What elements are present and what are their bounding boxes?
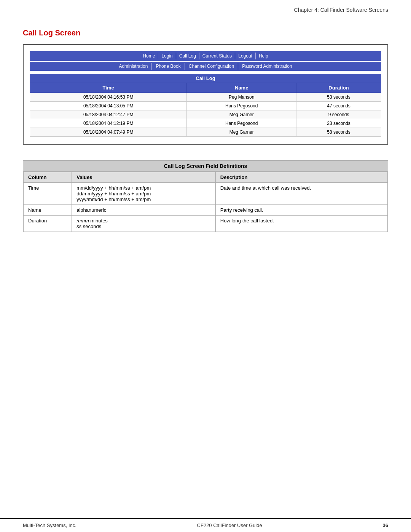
col-name: Name xyxy=(187,83,296,93)
def-name-col: Name xyxy=(24,205,72,216)
cell-name: Meg Garner xyxy=(187,110,296,119)
section-title: Call Log Screen xyxy=(23,29,388,37)
call-log-header-row: Time Name Duration xyxy=(30,83,381,93)
cell-duration: 23 seconds xyxy=(296,119,381,128)
footer-center: CF220 CallFinder User Guide xyxy=(197,522,262,528)
table-row: 05/18/2004 04:12:47 PMMeg Garner9 second… xyxy=(30,110,381,119)
footer-page-number: 36 xyxy=(383,522,388,528)
cell-time: 05/18/2004 04:13:05 PM xyxy=(30,102,187,110)
definitions-header-row: Column Values Description xyxy=(24,172,388,183)
def-duration-values: mmm minutes ss seconds xyxy=(72,216,216,232)
cell-name: Hans Pegosond xyxy=(187,119,296,128)
table-row: 05/18/2004 04:12:19 PMHans Pegosond23 se… xyxy=(30,119,381,128)
definitions-wrapper: Call Log Screen Field Definitions Column… xyxy=(23,160,388,232)
secondary-nav: Administration Phone Book Channel Config… xyxy=(30,62,381,71)
def-row-duration: Duration mmm minutes ss seconds How long… xyxy=(24,216,388,232)
table-row: 05/18/2004 04:07:49 PMMeg Garner58 secon… xyxy=(30,128,381,137)
nav-phone-book[interactable]: Phone Book xyxy=(152,63,185,70)
primary-nav: Home Login Call Log Current Status Logou… xyxy=(30,51,381,61)
def-row-time: Time mm/dd/yyyy + hh/mm/ss + am/pm dd/mm… xyxy=(24,183,388,205)
nav-login[interactable]: Login xyxy=(158,53,176,59)
page-header: Chapter 4: CallFinder Software Screens xyxy=(0,0,411,17)
def-row-name: Name alphanumeric Party receiving call. xyxy=(24,205,388,216)
cell-time: 05/18/2004 04:16:53 PM xyxy=(30,93,187,102)
cell-duration: 58 seconds xyxy=(296,128,381,137)
cell-duration: 9 seconds xyxy=(296,110,381,119)
nav-password-administration[interactable]: Password Administration xyxy=(238,63,296,70)
def-duration-col: Duration xyxy=(24,216,72,232)
definitions-title: Call Log Screen Field Definitions xyxy=(23,161,388,172)
nav-channel-configuration[interactable]: Channel Configuration xyxy=(185,63,238,70)
call-log-table: Time Name Duration 05/18/2004 04:16:53 P… xyxy=(30,83,381,137)
table-row: 05/18/2004 04:16:53 PMPeg Manson53 secon… xyxy=(30,93,381,102)
nav-current-status[interactable]: Current Status xyxy=(199,53,235,59)
page-footer: Multi-Tech Systems, Inc. CF220 CallFinde… xyxy=(0,518,411,532)
def-name-values: alphanumeric xyxy=(72,205,216,216)
nav-call-log[interactable]: Call Log xyxy=(176,53,199,59)
def-col-values: Values xyxy=(72,172,216,183)
nav-logout[interactable]: Logout xyxy=(235,53,256,59)
def-col-column: Column xyxy=(24,172,72,183)
cell-duration: 47 seconds xyxy=(296,102,381,110)
chapter-title: Chapter 4: CallFinder Software Screens xyxy=(294,7,388,13)
cell-duration: 53 seconds xyxy=(296,93,381,102)
call-log-body: 05/18/2004 04:16:53 PMPeg Manson53 secon… xyxy=(30,93,381,137)
col-time: Time xyxy=(30,83,187,93)
footer-left: Multi-Tech Systems, Inc. xyxy=(23,522,76,528)
def-time-values: mm/dd/yyyy + hh/mm/ss + am/pm dd/mm/yyyy… xyxy=(72,183,216,205)
def-col-description: Description xyxy=(215,172,387,183)
definitions-body: Time mm/dd/yyyy + hh/mm/ss + am/pm dd/mm… xyxy=(24,183,388,232)
nav-administration[interactable]: Administration xyxy=(115,63,152,70)
cell-time: 05/18/2004 04:12:19 PM xyxy=(30,119,187,128)
def-name-desc: Party receiving call. xyxy=(215,205,387,216)
nav-help[interactable]: Help xyxy=(256,53,271,59)
main-content: Call Log Screen Home Login Call Log Curr… xyxy=(0,17,411,232)
col-duration: Duration xyxy=(296,83,381,93)
call-log-title: Call Log xyxy=(30,74,381,83)
cell-time: 05/18/2004 04:12:47 PM xyxy=(30,110,187,119)
nav-home[interactable]: Home xyxy=(140,53,158,59)
definitions-table: Column Values Description Time mm/dd/yyy… xyxy=(23,172,388,232)
table-row: 05/18/2004 04:13:05 PMHans Pegosond47 se… xyxy=(30,102,381,110)
cell-name: Meg Garner xyxy=(187,128,296,137)
cell-time: 05/18/2004 04:07:49 PM xyxy=(30,128,187,137)
def-time-desc: Date and time at which call was received… xyxy=(215,183,387,205)
cell-name: Hans Pegosond xyxy=(187,102,296,110)
def-time-col: Time xyxy=(24,183,72,205)
cell-name: Peg Manson xyxy=(187,93,296,102)
screenshot-box: Home Login Call Log Current Status Logou… xyxy=(23,44,388,145)
def-duration-desc: How long the call lasted. xyxy=(215,216,387,232)
